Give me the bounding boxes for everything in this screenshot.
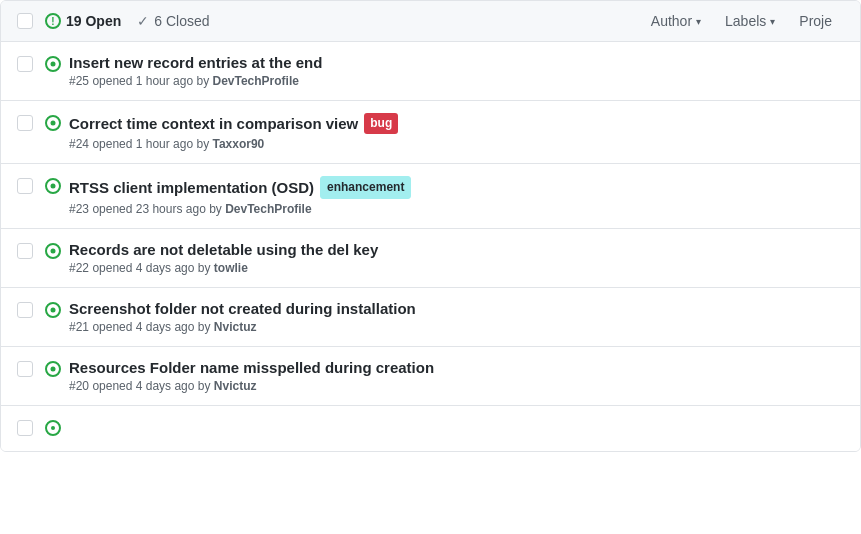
issue-open-icon xyxy=(45,302,61,321)
author-filter-label: Author xyxy=(651,13,692,29)
projects-filter-label: Proje xyxy=(799,13,832,29)
issue-meta: #21 opened 4 days ago by Nvictuz xyxy=(69,320,844,334)
issue-checkbox-5[interactable] xyxy=(17,302,33,318)
closed-count-label: 6 Closed xyxy=(154,13,209,29)
issue-checkbox[interactable] xyxy=(17,420,33,436)
check-icon: ✓ xyxy=(137,13,149,29)
issue-author[interactable]: Nvictuz xyxy=(214,320,257,334)
table-row: Correct time context in comparison view … xyxy=(1,101,860,164)
svg-point-9 xyxy=(51,307,56,312)
issue-open-icon xyxy=(45,420,61,439)
issue-author[interactable]: Nvictuz xyxy=(214,379,257,393)
issue-title[interactable]: Correct time context in comparison view xyxy=(69,115,358,132)
issue-title[interactable]: RTSS client implementation (OSD) xyxy=(69,179,314,196)
issue-number: #22 xyxy=(69,261,89,275)
author-chevron-icon: ▾ xyxy=(696,16,701,27)
issue-open-icon xyxy=(45,243,61,262)
issue-meta: #25 opened 1 hour ago by DevTechProfile xyxy=(69,74,844,88)
issue-number: #23 xyxy=(69,202,89,216)
svg-point-11 xyxy=(51,366,56,371)
svg-point-1 xyxy=(51,62,56,67)
issue-checkbox-6[interactable] xyxy=(17,361,33,377)
issue-row-partial xyxy=(1,406,860,451)
table-row: Screenshot folder not created during ins… xyxy=(1,288,860,347)
issue-author[interactable]: towlie xyxy=(214,261,248,275)
table-row: Insert new record entries at the end #25… xyxy=(1,42,860,101)
issue-content-5: Screenshot folder not created during ins… xyxy=(69,300,844,334)
issue-title[interactable]: Insert new record entries at the end xyxy=(69,54,322,71)
issue-content-1: Insert new record entries at the end #25… xyxy=(69,54,844,88)
issue-title[interactable]: Resources Folder name misspelled during … xyxy=(69,359,434,376)
labels-chevron-icon: ▾ xyxy=(770,16,775,27)
issues-list: Insert new record entries at the end #25… xyxy=(1,42,860,451)
issue-title-row: Screenshot folder not created during ins… xyxy=(69,300,844,317)
issue-meta-text: opened 4 days ago by xyxy=(92,320,213,334)
issue-author[interactable]: DevTechProfile xyxy=(225,202,311,216)
issue-content-3: RTSS client implementation (OSD) enhance… xyxy=(69,176,844,216)
open-icon: ! xyxy=(45,13,61,29)
svg-point-5 xyxy=(51,183,56,188)
issue-content-4: Records are not deletable using the del … xyxy=(69,241,844,275)
svg-point-3 xyxy=(51,121,56,126)
label-badge: bug xyxy=(364,113,398,134)
issue-title-row: Correct time context in comparison view … xyxy=(69,113,844,134)
issue-meta: #23 opened 23 hours ago by DevTechProfil… xyxy=(69,202,844,216)
closed-count[interactable]: ✓ 6 Closed xyxy=(137,13,209,29)
svg-point-13 xyxy=(51,426,55,430)
issue-author[interactable]: Taxxor90 xyxy=(212,137,264,151)
issue-meta: #22 opened 4 days ago by towlie xyxy=(69,261,844,275)
issue-checkbox-3[interactable] xyxy=(17,178,33,194)
labels-filter[interactable]: Labels ▾ xyxy=(713,9,787,33)
issue-checkbox-1[interactable] xyxy=(17,56,33,72)
issue-open-icon xyxy=(45,56,61,75)
issue-meta-text: opened 1 hour ago by xyxy=(92,74,212,88)
issue-content-2: Correct time context in comparison view … xyxy=(69,113,844,151)
table-row: Resources Folder name misspelled during … xyxy=(1,347,860,406)
issue-open-icon xyxy=(45,115,61,134)
issue-checkbox-4[interactable] xyxy=(17,243,33,259)
projects-filter[interactable]: Proje xyxy=(787,9,844,33)
table-row: Records are not deletable using the del … xyxy=(1,229,860,288)
issue-number: #24 xyxy=(69,137,89,151)
issue-title-row: Records are not deletable using the del … xyxy=(69,241,844,258)
issue-title-row: RTSS client implementation (OSD) enhance… xyxy=(69,176,844,199)
labels-filter-label: Labels xyxy=(725,13,766,29)
issue-meta-text: opened 23 hours ago by xyxy=(92,202,225,216)
open-count-label: 19 Open xyxy=(66,13,121,29)
select-all-checkbox[interactable] xyxy=(17,13,33,29)
issue-number: #25 xyxy=(69,74,89,88)
issue-meta: #24 opened 1 hour ago by Taxxor90 xyxy=(69,137,844,151)
issue-author[interactable]: DevTechProfile xyxy=(212,74,298,88)
issue-title-row: Insert new record entries at the end xyxy=(69,54,844,71)
author-filter[interactable]: Author ▾ xyxy=(639,9,713,33)
header-filters: Author ▾ Labels ▾ Proje xyxy=(639,9,844,33)
issue-content-6: Resources Folder name misspelled during … xyxy=(69,359,844,393)
issue-title-row: Resources Folder name misspelled during … xyxy=(69,359,844,376)
issue-meta-text: opened 4 days ago by xyxy=(92,261,213,275)
issue-number: #20 xyxy=(69,379,89,393)
issue-meta-text: opened 4 days ago by xyxy=(92,379,213,393)
issue-open-icon xyxy=(45,361,61,380)
issue-checkbox-2[interactable] xyxy=(17,115,33,131)
svg-point-7 xyxy=(51,248,56,253)
issues-container: ! 19 Open ✓ 6 Closed Author ▾ Labels ▾ P… xyxy=(0,0,861,452)
issue-meta-text: opened 1 hour ago by xyxy=(92,137,212,151)
header-counts: ! 19 Open ✓ 6 Closed xyxy=(45,13,639,29)
issue-title[interactable]: Screenshot folder not created during ins… xyxy=(69,300,416,317)
label-badge: enhancement xyxy=(320,176,411,199)
issue-number: #21 xyxy=(69,320,89,334)
issues-header: ! 19 Open ✓ 6 Closed Author ▾ Labels ▾ P… xyxy=(1,1,860,42)
open-count[interactable]: ! 19 Open xyxy=(45,13,121,29)
issue-title[interactable]: Records are not deletable using the del … xyxy=(69,241,378,258)
table-row: RTSS client implementation (OSD) enhance… xyxy=(1,164,860,229)
issue-open-icon xyxy=(45,178,61,197)
issue-meta: #20 opened 4 days ago by Nvictuz xyxy=(69,379,844,393)
